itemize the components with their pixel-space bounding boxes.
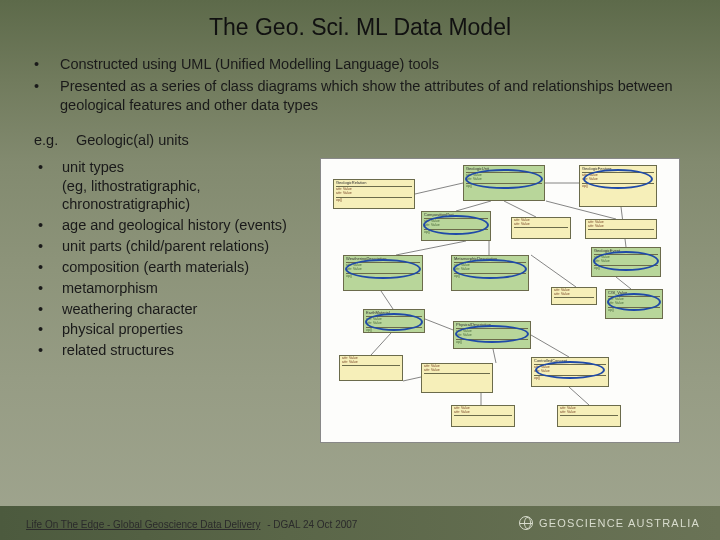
- svg-line-13: [531, 335, 569, 357]
- uml-box-strat-unit: attr: Valueattr: Value: [511, 217, 571, 239]
- sub-bullet-text: weathering character: [62, 300, 197, 319]
- sub-bullet-text: composition (earth materials): [62, 258, 249, 277]
- bullet-dot-icon: •: [38, 158, 62, 177]
- sub-bullet-item: •composition (earth materials): [38, 258, 308, 277]
- highlight-ring: [535, 361, 605, 379]
- sub-bullet-item: •weathering character: [38, 300, 308, 319]
- highlight-ring: [607, 293, 661, 311]
- sub-bullet-text: unit types (eg, lithostratigraphic, chro…: [62, 158, 308, 215]
- sub-bullet-item: •unit parts (child/parent relations): [38, 237, 308, 256]
- highlight-ring: [455, 325, 529, 343]
- bullet-dot-icon: •: [38, 237, 62, 256]
- sub-bullet-item: •related structures: [38, 341, 308, 360]
- highlight-ring: [453, 259, 527, 279]
- bullet-dot-icon: •: [34, 77, 60, 97]
- sub-bullet-item: •metamorphism: [38, 279, 308, 298]
- highlight-ring: [423, 215, 489, 235]
- top-bullet-list: • Constructed using UML (Unified Modelli…: [28, 55, 692, 116]
- bullet-dot-icon: •: [38, 341, 62, 360]
- sub-bullet-text: unit parts (child/parent relations): [62, 237, 269, 256]
- eg-label: e.g.: [34, 132, 72, 148]
- highlight-ring: [583, 169, 653, 189]
- sub-bullet-text: metamorphism: [62, 279, 158, 298]
- svg-line-3: [504, 201, 536, 217]
- footer-logo: GEOSCIENCE AUSTRALIA: [519, 516, 700, 530]
- highlight-ring: [593, 251, 659, 271]
- footer-logo-text: GEOSCIENCE AUSTRALIA: [539, 517, 700, 529]
- uml-class-diagram: GeologicUnitattr: Valueattr: Valueop()Ge…: [320, 158, 680, 443]
- sub-bullet-text: physical properties: [62, 320, 183, 339]
- content-columns: •unit types (eg, lithostratigraphic, chr…: [28, 158, 692, 443]
- right-column: GeologicUnitattr: Valueattr: Valueop()Ge…: [320, 158, 692, 443]
- footer-link[interactable]: Life On The Edge - Global Geoscience Dat…: [26, 519, 260, 530]
- top-bullet-item: • Constructed using UML (Unified Modelli…: [34, 55, 692, 75]
- slide: The Geo. Sci. ML Data Model • Constructe…: [0, 0, 720, 540]
- top-bullet-text: Presented as a series of class diagrams …: [60, 77, 692, 116]
- uml-box-geologic-rel: GeologicRelationattr: Valueattr: Valueop…: [333, 179, 415, 209]
- example-heading: e.g. Geologic(al) units: [28, 132, 692, 148]
- highlight-ring: [365, 313, 423, 331]
- svg-line-10: [381, 291, 393, 309]
- footer-bar: Life On The Edge - Global Geoscience Dat…: [0, 506, 720, 540]
- sub-bullet-item: •age and geological history (events): [38, 216, 308, 235]
- svg-line-9: [616, 277, 631, 289]
- uml-box-structure: attr: Valueattr: Value: [451, 405, 515, 427]
- sub-bullet-text: related structures: [62, 341, 174, 360]
- top-bullet-text: Constructed using UML (Unified Modelling…: [60, 55, 439, 75]
- eg-text: Geologic(al) units: [76, 132, 189, 148]
- bullet-dot-icon: •: [38, 279, 62, 298]
- footer-date: - DGAL 24 Oct 2007: [264, 519, 357, 530]
- uml-box-rock: attr: Valueattr: Value: [421, 363, 493, 393]
- left-column: •unit types (eg, lithostratigraphic, chr…: [28, 158, 308, 362]
- bullet-dot-icon: •: [34, 55, 60, 75]
- uml-box-vocab: attr: Valueattr: Value: [557, 405, 621, 427]
- uml-box-lith-unit: attr: Valueattr: Value: [585, 219, 657, 239]
- sub-bullet-item: •physical properties: [38, 320, 308, 339]
- bullet-dot-icon: •: [38, 300, 62, 319]
- uml-box-fabric: attr: Valueattr: Value: [551, 287, 597, 305]
- svg-line-16: [569, 387, 589, 405]
- top-bullet-item: • Presented as a series of class diagram…: [34, 77, 692, 116]
- bullet-dot-icon: •: [38, 258, 62, 277]
- sub-bullet-item: •unit types (eg, lithostratigraphic, chr…: [38, 158, 308, 215]
- sub-bullet-text: age and geological history (events): [62, 216, 287, 235]
- svg-line-17: [403, 377, 421, 381]
- svg-line-0: [415, 183, 463, 194]
- bullet-dot-icon: •: [38, 216, 62, 235]
- svg-line-8: [531, 255, 576, 287]
- globe-icon: [519, 516, 533, 530]
- bullet-dot-icon: •: [38, 320, 62, 339]
- highlight-ring: [465, 169, 543, 189]
- svg-line-6: [396, 241, 466, 255]
- uml-box-unit-part: attr: Valueattr: Value: [339, 355, 403, 381]
- footer-left: Life On The Edge - Global Geoscience Dat…: [26, 514, 357, 532]
- highlight-ring: [345, 259, 421, 279]
- svg-line-12: [493, 349, 496, 363]
- svg-line-14: [371, 333, 391, 355]
- svg-line-2: [456, 201, 491, 211]
- slide-title: The Geo. Sci. ML Data Model: [28, 14, 692, 41]
- sub-bullet-list: •unit types (eg, lithostratigraphic, chr…: [28, 158, 308, 360]
